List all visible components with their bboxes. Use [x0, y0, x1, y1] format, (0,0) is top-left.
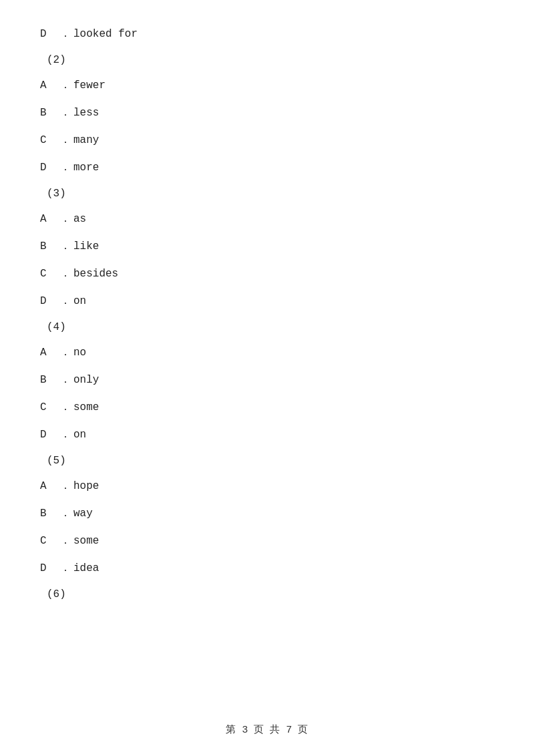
option-dot: ．: [60, 266, 73, 280]
option-label: A: [40, 79, 60, 91]
option-2d: D ． more: [40, 160, 494, 174]
page-content: D ． looked for (2) A ． fewer B ． less C …: [0, 0, 534, 652]
option-dot: ．: [60, 294, 73, 308]
option-3d: D ． on: [40, 294, 494, 308]
option-label: D: [40, 162, 60, 174]
option-text: some: [73, 535, 99, 547]
option-dot: ．: [60, 133, 73, 147]
option-label: A: [40, 347, 60, 359]
option-text: more: [73, 162, 99, 174]
option-dot: ．: [60, 106, 73, 120]
option-text: hope: [73, 480, 99, 492]
option-label: B: [40, 107, 60, 119]
option-2b: B ． less: [40, 106, 494, 120]
option-text: no: [73, 347, 86, 359]
question-number-5: (5): [47, 455, 494, 467]
option-dot: ．: [60, 427, 73, 441]
option-4a: A ． no: [40, 345, 494, 359]
option-label: A: [40, 213, 60, 225]
option-dot: ．: [60, 160, 73, 174]
option-5d: D ． idea: [40, 561, 494, 575]
option-label: D: [40, 429, 60, 441]
option-dot: ．: [60, 561, 73, 575]
option-5c: C ． some: [40, 534, 494, 548]
option-4b: B ． only: [40, 373, 494, 387]
option-dot: ．: [60, 78, 73, 92]
option-label: B: [40, 374, 60, 386]
option-dot: ．: [60, 479, 73, 493]
question-number-6: (6): [47, 588, 494, 600]
footer-text: 第 3 页 共 7 页: [226, 725, 308, 736]
option-dot: ．: [60, 27, 73, 41]
option-2a: A ． fewer: [40, 78, 494, 92]
option-dot: ．: [60, 212, 73, 226]
page-footer: 第 3 页 共 7 页: [0, 723, 534, 736]
option-5a: A ． hope: [40, 479, 494, 493]
option-label: C: [40, 401, 60, 413]
option-4d: D ． on: [40, 427, 494, 441]
option-text: on: [73, 429, 86, 441]
option-5b: B ． way: [40, 506, 494, 520]
option-dot: ．: [60, 400, 73, 414]
option-label: D: [40, 562, 60, 574]
question-number-3: (3): [47, 188, 494, 200]
option-d-looked-for: D ． looked for: [40, 27, 494, 41]
option-label: C: [40, 535, 60, 547]
question-number-2: (2): [47, 54, 494, 66]
option-dot: ．: [60, 506, 73, 520]
option-text: looked for: [73, 28, 138, 40]
option-text: fewer: [73, 79, 105, 91]
option-label: A: [40, 480, 60, 492]
option-2c: C ． many: [40, 133, 494, 147]
option-label: D: [40, 295, 60, 307]
option-dot: ．: [60, 373, 73, 387]
option-dot: ．: [60, 534, 73, 548]
option-label: B: [40, 508, 60, 520]
option-text: on: [73, 295, 86, 307]
option-label: C: [40, 268, 60, 280]
option-label: B: [40, 240, 60, 252]
option-label: C: [40, 134, 60, 146]
option-3a: A ． as: [40, 212, 494, 226]
option-text: idea: [73, 562, 99, 574]
option-4c: C ． some: [40, 400, 494, 414]
option-text: besides: [73, 268, 118, 280]
option-3c: C ． besides: [40, 266, 494, 280]
option-label: D: [40, 28, 60, 40]
option-text: some: [73, 401, 99, 413]
option-text: less: [73, 107, 99, 119]
question-number-4: (4): [47, 321, 494, 333]
option-text: only: [73, 374, 99, 386]
option-3b: B ． like: [40, 239, 494, 253]
option-text: like: [73, 240, 99, 252]
option-text: way: [73, 508, 93, 520]
option-text: as: [73, 213, 86, 225]
option-dot: ．: [60, 345, 73, 359]
option-text: many: [73, 134, 99, 146]
option-dot: ．: [60, 239, 73, 253]
